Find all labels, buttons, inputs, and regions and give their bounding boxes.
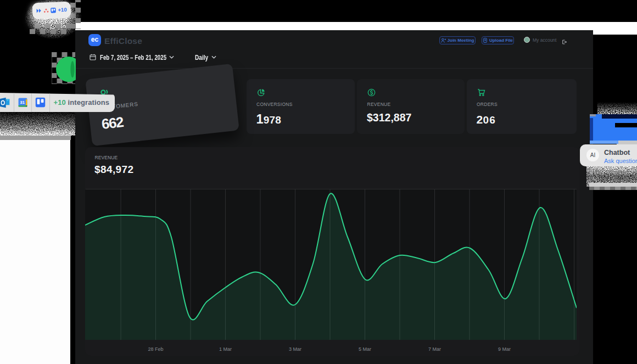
svg-text:31: 31 [20, 100, 24, 105]
